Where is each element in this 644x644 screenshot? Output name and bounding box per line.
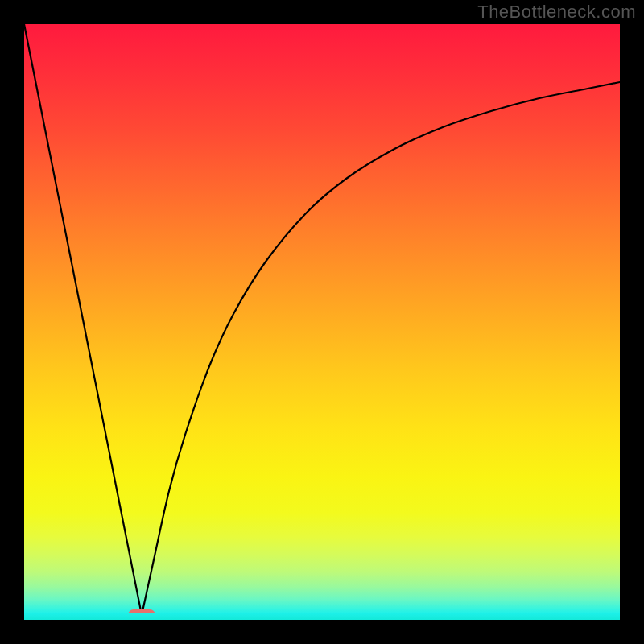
curve-right (142, 82, 620, 615)
chart-outer-frame: TheBottleneck.com (0, 0, 644, 644)
watermark-text: TheBottleneck.com (477, 2, 636, 23)
plot-area (24, 24, 620, 620)
curve-layer (24, 24, 620, 620)
curve-left (24, 24, 142, 615)
baseline-band (24, 613, 620, 620)
